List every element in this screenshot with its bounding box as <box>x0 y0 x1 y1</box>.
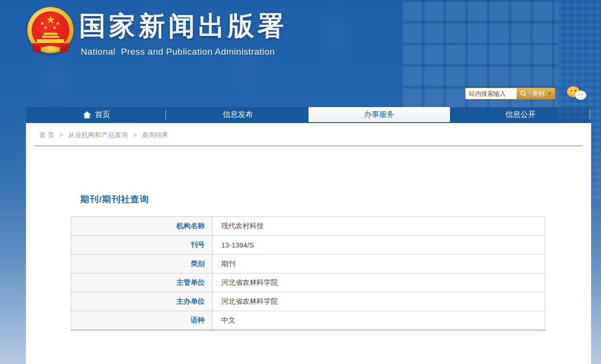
search-separator <box>529 90 530 97</box>
emblem-star-icon: ★ <box>46 15 55 25</box>
breadcrumb: 首 页 > 从业机构和产品查询 > 查询结果 <box>39 131 168 140</box>
row-label: 类别 <box>71 255 213 273</box>
breadcrumb-separator: > <box>59 131 63 139</box>
row-label: 刊号 <box>71 236 213 255</box>
row-value: 现代农村科技 <box>213 217 545 236</box>
breadcrumb-home[interactable]: 首 页 <box>39 131 54 139</box>
row-value: 河北省农林科学院 <box>213 273 545 292</box>
row-label: 主管单位 <box>71 273 213 292</box>
search-button[interactable] <box>520 90 527 97</box>
row-value: 河北省农林科学院 <box>213 292 545 311</box>
emblem-ribbon <box>59 43 69 53</box>
page: ★ ★ ★ ★ ★ 国家新闻出版署 National Press and Pub… <box>0 0 601 364</box>
table-row: 主办单位 河北省农林科学院 <box>71 292 545 311</box>
emblem-ribbon <box>32 43 42 53</box>
table-row: 主管单位 河北省农林科学院 <box>71 273 545 292</box>
emblem-gate <box>41 36 60 38</box>
wechat-icon[interactable] <box>567 86 588 102</box>
table-row: 语种 中文 <box>71 311 545 330</box>
site-title: 国家新闻出版署 <box>79 8 287 44</box>
table-row: 刊号 13-1394/S <box>71 236 545 255</box>
breadcrumb-underline <box>34 146 583 146</box>
emblem-gate <box>42 33 59 35</box>
nav-tab-home[interactable]: 首页 <box>26 107 167 122</box>
home-icon <box>83 111 91 118</box>
table-row: 类别 期刊 <box>71 255 545 273</box>
wechat-bubble-white <box>575 91 586 100</box>
emblem-gate <box>37 39 64 43</box>
breadcrumb-separator: > <box>133 131 137 139</box>
breadcrumb-query[interactable]: 从业机构和产品查询 <box>68 131 128 139</box>
row-label: 主办单位 <box>71 292 213 311</box>
national-emblem-logo: ★ ★ ★ ★ ★ <box>26 6 75 57</box>
row-value: 期刊 <box>213 255 545 273</box>
nav-divider <box>166 110 166 119</box>
row-label: 语种 <box>71 311 213 330</box>
table-row: 机构名称 现代农村科技 <box>71 217 545 236</box>
search-icon <box>520 90 527 97</box>
chevron-down-icon[interactable] <box>548 92 551 95</box>
main-nav: 首页 信息发布 办事服务 信息公开 <box>26 107 591 123</box>
nav-tab-label: 信息公开 <box>505 110 535 120</box>
row-value: 13-1394/S <box>213 236 545 255</box>
row-value: 中文 <box>213 311 545 330</box>
breadcrumb-result: 查询结果 <box>142 131 168 139</box>
emblem-star-icon: ★ <box>43 25 48 30</box>
emblem-star-icon: ★ <box>52 25 57 30</box>
emblem-gear <box>42 46 59 52</box>
nav-tab-disclosure[interactable]: 信息公开 <box>450 107 592 122</box>
page-title: 期刊/期刊社查询 <box>80 193 149 206</box>
site-subtitle-en: National Press and Publication Administr… <box>81 47 275 57</box>
nav-tab-label: 首页 <box>95 110 110 120</box>
nav-divider <box>590 110 590 119</box>
nav-tab-label: 办事服务 <box>364 110 394 120</box>
row-label: 机构名称 <box>71 217 213 236</box>
journal-detail-table: 机构名称 现代农村科技 刊号 13-1394/S 类别 期刊 主管单位 河北省农… <box>71 216 545 331</box>
content-panel: 首 页 > 从业机构和产品查询 > 查询结果 期刊/期刊社查询 机构名称 现代农… <box>26 123 591 364</box>
nav-tab-label: 信息发布 <box>223 110 253 120</box>
search-category-dropdown[interactable]: 类别 <box>532 90 544 98</box>
nav-tab-services[interactable]: 办事服务 <box>309 107 450 122</box>
site-search: 类别 <box>465 88 555 99</box>
search-actions: 类别 <box>517 88 555 99</box>
search-input[interactable] <box>466 88 517 99</box>
nav-tab-news[interactable]: 信息发布 <box>167 107 309 122</box>
